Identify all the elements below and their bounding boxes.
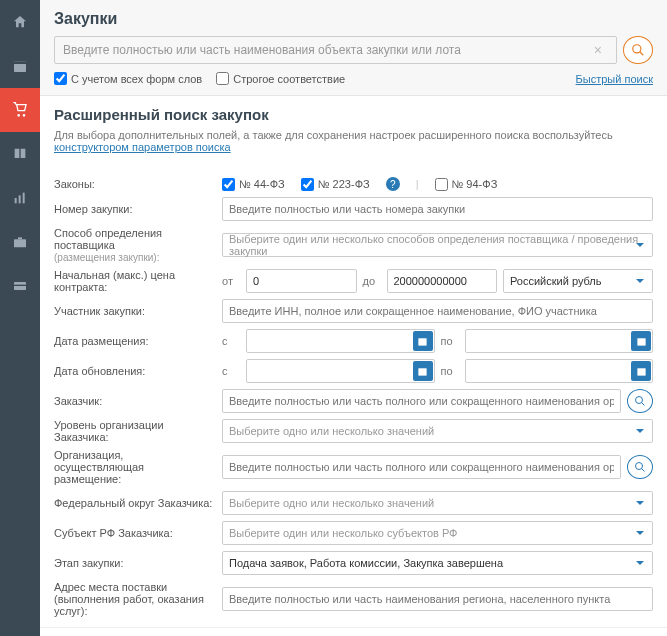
- stage-select[interactable]: Подача заявок, Работа комиссии, Закупка …: [222, 551, 653, 575]
- opt-all-forms[interactable]: С учетом всех форм слов: [54, 72, 202, 85]
- method-label: Способ определения поставщика(размещения…: [54, 227, 214, 263]
- sidebar: [0, 0, 40, 636]
- customer-search-button[interactable]: [627, 389, 653, 413]
- currency-select[interactable]: Российский рубль: [503, 269, 653, 293]
- orglevel-label: Уровень организации Заказчика:: [54, 419, 214, 443]
- calendar-icon[interactable]: [631, 361, 651, 381]
- nav-briefcase[interactable]: [0, 220, 40, 264]
- svg-line-16: [642, 403, 645, 406]
- main-search-input[interactable]: Введите полностью или часть наименования…: [54, 36, 617, 64]
- orgplacing-input[interactable]: [222, 455, 621, 479]
- svg-rect-8: [14, 285, 26, 286]
- law-223[interactable]: № 223-ФЗ: [301, 178, 370, 191]
- svg-point-15: [636, 397, 643, 404]
- nav-calendar[interactable]: [0, 44, 40, 88]
- svg-rect-3: [19, 195, 21, 203]
- dateplace-label: Дата размещения:: [54, 335, 214, 347]
- laws-label: Законы:: [54, 178, 214, 190]
- svg-rect-11: [418, 338, 426, 345]
- address-label: Адрес места поставки (выполнения работ, …: [54, 581, 214, 617]
- dateupdate-label: Дата обновления:: [54, 365, 214, 377]
- participant-label: Участник закупки:: [54, 305, 214, 317]
- nav-cart[interactable]: [0, 88, 40, 132]
- nav-book[interactable]: [0, 132, 40, 176]
- svg-rect-5: [14, 239, 26, 247]
- svg-rect-4: [23, 193, 25, 204]
- nav-chart[interactable]: [0, 176, 40, 220]
- svg-line-18: [642, 469, 645, 472]
- svg-point-9: [633, 45, 641, 53]
- number-input[interactable]: [222, 197, 653, 221]
- nav-card[interactable]: [0, 264, 40, 308]
- help-icon[interactable]: ?: [386, 177, 400, 191]
- calendar-icon[interactable]: [631, 331, 651, 351]
- law-44[interactable]: № 44-ФЗ: [222, 178, 285, 191]
- orgplacing-search-button[interactable]: [627, 455, 653, 479]
- advanced-title: Расширенный поиск закупок: [54, 106, 653, 123]
- method-select[interactable]: Выберите один или несколько способов опр…: [222, 233, 653, 257]
- stage-label: Этап закупки:: [54, 557, 214, 569]
- price-to-input[interactable]: [387, 269, 498, 293]
- calendar-icon[interactable]: [413, 361, 433, 381]
- dateplace-from[interactable]: [246, 329, 435, 353]
- address-input[interactable]: [222, 587, 653, 611]
- search-button[interactable]: [623, 36, 653, 64]
- quick-search-link[interactable]: Быстрый поиск: [576, 73, 653, 85]
- orglevel-select[interactable]: Выберите одно или несколько значений: [222, 419, 653, 443]
- svg-point-17: [636, 463, 643, 470]
- search-icon: [631, 43, 645, 57]
- subject-select[interactable]: Выберите один или несколько субъектов РФ: [222, 521, 653, 545]
- page-title: Закупки: [54, 10, 653, 28]
- advanced-subtitle: Для выбора дополнительных полей, а также…: [54, 129, 653, 153]
- participant-input[interactable]: [222, 299, 653, 323]
- customer-input[interactable]: [222, 389, 621, 413]
- svg-rect-13: [418, 368, 426, 375]
- number-label: Номер закупки:: [54, 203, 214, 215]
- opt-strict[interactable]: Строгое соответствие: [216, 72, 345, 85]
- nav-home[interactable]: [0, 0, 40, 44]
- law-94[interactable]: № 94-ФЗ: [435, 178, 498, 191]
- district-label: Федеральный округ Заказчика:: [54, 497, 214, 509]
- svg-rect-12: [637, 338, 645, 345]
- svg-rect-6: [18, 237, 22, 239]
- svg-rect-14: [637, 368, 645, 375]
- calendar-icon[interactable]: [413, 331, 433, 351]
- dateupdate-from[interactable]: [246, 359, 435, 383]
- constructor-link[interactable]: конструктором параметров поиска: [54, 141, 231, 153]
- customer-label: Заказчик:: [54, 395, 214, 407]
- price-label: Начальная (макс.) цена контракта:: [54, 269, 214, 293]
- price-from-input[interactable]: [246, 269, 357, 293]
- clear-search-icon[interactable]: ×: [588, 42, 608, 58]
- district-select[interactable]: Выберите одно или несколько значений: [222, 491, 653, 515]
- svg-rect-1: [14, 61, 26, 64]
- subject-label: Субъект РФ Заказчика:: [54, 527, 214, 539]
- dateupdate-to[interactable]: [465, 359, 654, 383]
- svg-line-10: [640, 52, 644, 56]
- orgplacing-label: Организация, осуществляющая размещение:: [54, 449, 214, 485]
- svg-rect-2: [15, 198, 17, 203]
- dateplace-to[interactable]: [465, 329, 654, 353]
